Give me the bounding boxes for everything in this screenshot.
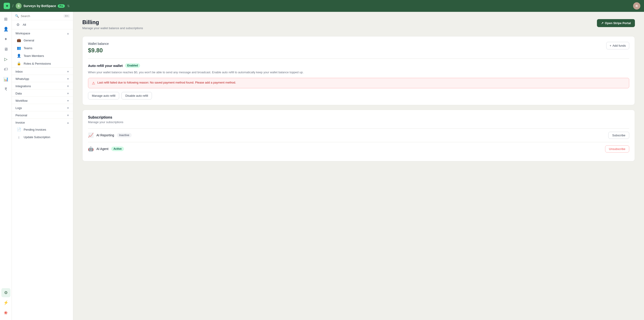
sidebar-icon-home[interactable]: ⊞ [1,15,10,24]
nav-section-workflow-header[interactable]: Workflow ▼ [12,97,73,104]
wallet-amount: $9.80 [88,47,109,54]
manage-auto-refill-button[interactable]: Manage auto refill [88,92,119,100]
search-bar[interactable]: 🔍 ⌘K [12,12,73,20]
nav-section-inbox-header[interactable]: Inbox ▼ [12,68,73,75]
search-input[interactable] [21,14,62,18]
workspace-section-title: Workspace [16,32,30,35]
nav-section-whatsapp-header[interactable]: WhatsApp ▼ [12,75,73,82]
sidebar-icon-flower[interactable]: ❀ [1,308,10,317]
topbar-chevron-icon[interactable]: ⇅ [67,4,70,8]
auto-refill-title: Auto refill your wallet [88,64,123,68]
add-funds-button[interactable]: + Add funds [606,42,629,49]
nav-section-workspace-header[interactable]: Workspace ▲ [12,29,73,37]
subscription-row-ai-agent: 🤖 AI Agent Active Unsubscribe [88,142,629,156]
auto-refill-header: Auto refill your wallet Enabled [88,63,629,68]
inbox-section-title: Inbox [16,70,23,73]
sidebar-icon-inbox[interactable]: 🖥 [1,45,10,54]
disable-auto-refill-button[interactable]: Disable auto refill [122,92,152,100]
workflow-chevron-icon: ▼ [67,99,69,102]
search-icon: 🔍 [15,14,19,18]
team-members-icon: 👤 [16,54,22,58]
sidebar-icon-sparkle[interactable]: ✦ [1,35,10,44]
wallet-info: Wallet balance $9.80 [88,42,109,54]
nav-item-pending-invoices[interactable]: 📄 Pending Invoices [12,126,73,133]
nav-item-roles[interactable]: 🔒 Roles & Permissions [12,60,73,67]
sidebar-icon-chart[interactable]: 📊 [1,75,10,84]
sidebar-icon-bolt[interactable]: ⚡ [1,298,10,307]
whatsapp-chevron-icon: ▼ [67,77,69,81]
nav-item-update-subscription[interactable]: ↕ Update Subscription [12,133,73,141]
invoice-chevron-icon: ▲ [67,121,69,124]
nav-section-inbox: Inbox ▼ [12,67,73,75]
workspace-avatar: S [16,3,22,9]
wallet-header: Wallet balance $9.80 + Add funds [88,42,629,54]
ai-reporting-name: AI Reporting [96,133,114,137]
workflow-section-title: Workflow [16,99,28,102]
nav-sidebar: 🔍 ⌘K ⚙ All Workspace ▲ 💼 General 👥 Teams [12,12,73,320]
nav-section-workflow: Workflow ▼ [12,97,73,104]
ai-agent-icon: 🤖 [88,146,94,152]
page-title: Billing [82,19,143,26]
subscription-row-ai-reporting: 📈 AI Reporting Inactive Subscribe [88,128,629,142]
pending-invoices-icon: 📄 [16,127,22,132]
ai-agent-status-badge: Active [111,147,124,151]
inbox-chevron-icon: ▼ [67,70,69,73]
plus-icon: + [610,44,612,47]
data-section-title: Data [16,92,22,95]
page-subtitle: Manage your wallet balance and subscript… [82,27,143,30]
personal-chevron-icon: ▼ [67,114,69,117]
nav-section-personal: Personal ▼ [12,111,73,118]
unsubscribe-ai-agent-button[interactable]: Unsubscribe [605,145,629,152]
invoice-section-title: Invoice [16,121,25,124]
workspace-chevron-icon: ▲ [67,32,69,35]
app-name: Surveys by BotSpace [24,4,56,8]
roles-icon: 🔒 [16,62,22,66]
subscribe-ai-reporting-button[interactable]: Subscribe [608,132,629,139]
subscriptions-card: Subscriptions Manage your subscriptions … [82,110,635,161]
whatsapp-section-title: WhatsApp [16,77,29,81]
topbar: ✦ / S Surveys by BotSpace Pro ⇅ R [0,0,644,12]
nav-section-integrations: Integrations ▼ [12,82,73,89]
ai-reporting-status-badge: Inactive [117,133,132,137]
nav-section-workspace: Workspace ▲ 💼 General 👥 Teams 👤 Team Mem… [12,29,73,67]
sidebar-icon-tag[interactable]: 🏷 [1,65,10,74]
user-avatar[interactable]: R [633,2,640,10]
nav-section-logs-header[interactable]: Logs ▼ [12,104,73,111]
nav-section-integrations-header[interactable]: Integrations ▼ [12,82,73,89]
auto-refill-description: When your wallet balance reaches $0, you… [88,70,629,75]
nav-section-whatsapp: WhatsApp ▼ [12,75,73,82]
nav-item-team-members[interactable]: 👤 Team Members [12,52,73,60]
open-stripe-portal-button[interactable]: ↗ Open Stripe Portal [597,19,635,27]
personal-section-title: Personal [16,114,27,117]
logo-icon[interactable]: ✦ [4,3,10,9]
subscriptions-title: Subscriptions [88,115,629,120]
plan-badge: Pro [58,4,65,8]
search-shortcut: ⌘K [64,14,70,18]
general-icon: 💼 [16,38,22,42]
sidebar-icon-send[interactable]: ▷ [1,55,10,64]
breadcrumb-separator: / [12,4,14,9]
page-header: Billing Manage your wallet balance and s… [82,19,635,30]
wallet-divider [88,59,629,59]
nav-section-data-header[interactable]: Data ▼ [12,90,73,97]
integrations-section-title: Integrations [16,84,31,88]
nav-item-all[interactable]: ⚙ All [12,20,73,29]
nav-section-data: Data ▼ [12,89,73,97]
nav-item-general[interactable]: 💼 General [12,37,73,44]
update-subscription-icon: ↕ [16,135,22,139]
nav-item-teams[interactable]: 👥 Teams [12,44,73,52]
subscriptions-subtitle: Manage your subscriptions [88,120,629,124]
nav-section-logs: Logs ▼ [12,104,73,111]
data-chevron-icon: ▼ [67,92,69,95]
page-heading: Billing Manage your wallet balance and s… [82,19,143,30]
wallet-label: Wallet balance [88,42,109,46]
sidebar-icon-person[interactable]: 👤 [1,25,10,34]
error-icon: ⚠ [92,81,95,85]
refill-actions: Manage auto refill Disable auto refill [88,92,629,100]
nav-section-invoice-header[interactable]: Invoice ▲ [12,119,73,126]
nav-section-invoice: Invoice ▲ 📄 Pending Invoices ↕ Update Su… [12,118,73,141]
sidebar-icon-gear[interactable]: ⚙ [1,288,10,297]
sidebar-icon-rupee[interactable]: ₹ [1,85,10,94]
nav-section-personal-header[interactable]: Personal ▼ [12,111,73,118]
icon-sidebar: ⊞ 👤 ✦ 🖥 ▷ 🏷 📊 ₹ ⚙ ⚡ ❀ [0,12,12,320]
